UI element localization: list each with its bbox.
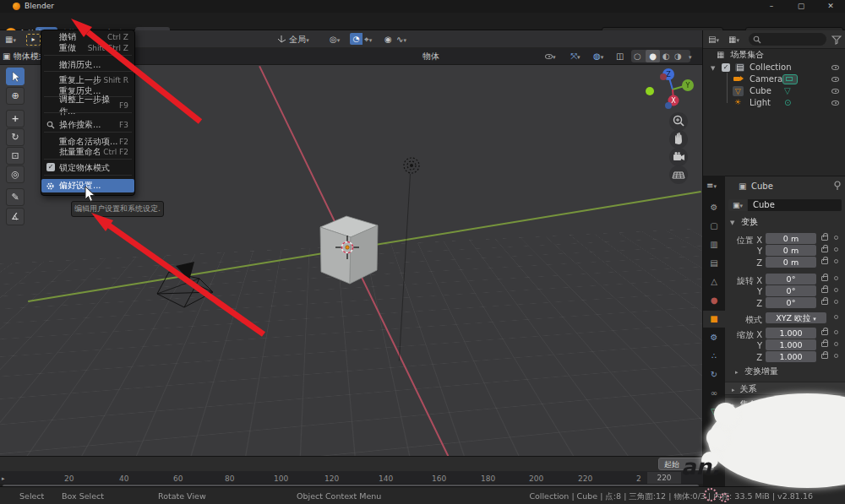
outliner-row-scene-collection[interactable]: ▦ 场景集合 <box>703 49 845 61</box>
outliner-display-mode-icon[interactable]: ▦▾ <box>728 34 739 46</box>
object-name-field[interactable]: Cube <box>748 199 842 211</box>
menu-item-adjust-last-operation[interactable]: 调整上一步操作...F9 <box>41 100 134 111</box>
disclosure-icon[interactable]: ▼ <box>730 219 734 226</box>
menu-item-redo[interactable]: 重做Shift Ctrl Z <box>41 42 134 53</box>
animate-dot[interactable] <box>834 330 838 334</box>
shading-wireframe-icon[interactable]: ○ <box>634 51 641 62</box>
loc-z-field[interactable]: 0 m <box>766 257 816 268</box>
menu-item-undo[interactable]: 撤销Ctrl Z <box>41 31 134 42</box>
pivot-point-dropdown[interactable]: ◎▾ <box>330 34 340 46</box>
pan-hand-icon[interactable] <box>669 130 688 149</box>
minimize-button[interactable]: – <box>759 0 784 13</box>
hide-eye-icon[interactable] <box>831 100 839 106</box>
animate-dot[interactable] <box>834 247 838 252</box>
axis-gizmo[interactable]: Z Y X <box>642 66 701 115</box>
outliner-row-camera[interactable]: Camera <box>703 73 845 85</box>
object-menu[interactable]: 物体 <box>422 51 439 62</box>
loc-y-field[interactable]: 0 m <box>766 245 816 256</box>
tool-cursor[interactable]: ⊕ <box>6 87 25 105</box>
scale-y-field[interactable]: 1.000 <box>766 339 816 350</box>
checkbox-checked-icon[interactable]: ✓ <box>46 163 55 171</box>
camera-object[interactable] <box>150 255 221 317</box>
timeline-ruler[interactable]: 1 <box>0 471 703 484</box>
xray-toggle[interactable]: ◫ <box>616 51 624 62</box>
outliner-editor-icon[interactable]: ▤▾ <box>708 34 719 46</box>
shading-solid-icon[interactable]: ● <box>646 50 660 62</box>
outliner-row-cube[interactable]: ▽ Cube ▽ <box>703 85 845 97</box>
menu-item-repeat-last[interactable]: 重复上一步Shift R <box>41 74 134 85</box>
light-object[interactable] <box>401 155 422 176</box>
rotation-mode-dropdown[interactable]: XYZ 欧拉 ▾ <box>766 312 826 323</box>
zoom-icon[interactable] <box>669 112 688 131</box>
menu-item-undo-history[interactable]: 撤消历史... <box>41 59 134 70</box>
mode-selector[interactable]: ▣ 物体模式 <box>3 51 41 62</box>
disclosure-icon[interactable]: ▼ <box>711 65 715 72</box>
tool-select-box[interactable] <box>6 68 25 85</box>
lock-icon[interactable] <box>821 236 828 241</box>
hide-eye-icon[interactable] <box>831 89 839 94</box>
lock-icon[interactable] <box>821 247 828 252</box>
tab-render[interactable]: ▢ <box>703 218 725 235</box>
lock-icon[interactable] <box>821 300 828 305</box>
properties-editor-icon[interactable]: ≡▾ <box>706 180 717 192</box>
overlays-toggle[interactable]: ◍▾ <box>593 51 603 63</box>
tab-physics[interactable]: ↻ <box>703 366 725 383</box>
tool-scale[interactable]: ⊡ <box>6 147 25 165</box>
animate-dot[interactable] <box>834 236 838 240</box>
loc-x-field[interactable]: 0 m <box>766 233 816 244</box>
collection-checkbox[interactable]: ✓ <box>722 63 730 72</box>
tab-constraints[interactable]: ∞ <box>703 385 725 402</box>
lock-icon[interactable] <box>821 288 828 293</box>
scale-z-field[interactable]: 1.000 <box>766 351 816 362</box>
lock-icon[interactable] <box>821 259 828 264</box>
animate-dot[interactable] <box>834 276 838 280</box>
animate-dot[interactable] <box>834 354 838 358</box>
ortho-grid-icon[interactable] <box>669 165 688 184</box>
snap-settings-dropdown[interactable]: ⌖▾ <box>364 34 372 46</box>
animate-dot[interactable] <box>834 288 838 292</box>
proportional-falloff-dropdown[interactable]: ∿▾ <box>396 34 406 46</box>
animate-dot[interactable] <box>834 315 838 319</box>
tab-tool[interactable]: ⚙ <box>703 199 725 216</box>
menu-item-operator-search[interactable]: 操作搜索...F3 <box>41 119 134 130</box>
rot-y-field[interactable]: 0° <box>766 285 816 296</box>
lock-icon[interactable] <box>821 354 828 359</box>
delta-transform-subpanel[interactable]: 变换增量 <box>744 367 778 376</box>
maximize-button[interactable]: ▢ <box>788 0 814 13</box>
editor-type-icon[interactable]: ▦▾ <box>5 34 16 46</box>
collapsed-icon[interactable]: ▸ <box>735 369 739 376</box>
animate-dot[interactable] <box>834 342 838 346</box>
lock-icon[interactable] <box>821 342 828 347</box>
transform-orientation-dropdown[interactable]: 全局▾ <box>277 34 309 46</box>
animate-dot[interactable] <box>834 300 838 304</box>
outliner-row-collection[interactable]: ▼ ✓ ▤ Collection <box>703 62 845 73</box>
menu-item-batch-rename[interactable]: 批量重命名Ctrl F2 <box>41 146 134 157</box>
shading-material-icon[interactable]: ◐ <box>662 51 670 62</box>
region-expand-icon[interactable]: ▸ <box>2 475 5 482</box>
rot-z-field[interactable]: 0° <box>766 297 816 308</box>
tool-move[interactable]: + <box>6 110 25 127</box>
pin-icon[interactable] <box>833 181 842 191</box>
shading-dropdown-icon[interactable]: ▾ <box>689 54 692 61</box>
close-button[interactable]: ✕ <box>818 0 843 13</box>
menu-item-lock-object-modes[interactable]: 锁定物体模式 <box>41 162 134 173</box>
tool-measure[interactable]: ∡ <box>6 208 25 225</box>
object-id-icon[interactable]: ▣▾ <box>728 199 747 211</box>
tool-rotate[interactable]: ↻ <box>6 128 25 146</box>
tool-transform[interactable]: ◎ <box>6 165 25 183</box>
active-tool-icon[interactable]: ▸ <box>26 34 41 46</box>
scale-x-field[interactable]: 1.000 <box>766 328 816 339</box>
filter-icon[interactable] <box>831 35 842 45</box>
relations-panel-header[interactable]: ▸关系 <box>725 382 845 395</box>
animate-dot[interactable] <box>834 259 838 263</box>
gizmos-toggle[interactable]: ⤧▾ <box>570 51 581 63</box>
shading-rendered-icon[interactable]: ◑ <box>674 51 682 62</box>
hide-eye-icon[interactable] <box>831 77 839 82</box>
lock-icon[interactable] <box>821 276 828 281</box>
camera-view-icon[interactable] <box>669 148 688 166</box>
rot-x-field[interactable]: 0° <box>766 274 816 285</box>
snap-magnet-icon[interactable]: ◔ <box>350 33 363 45</box>
lock-icon[interactable] <box>821 330 828 335</box>
outliner-search-input[interactable] <box>749 33 826 46</box>
outliner-row-light[interactable]: ☀ Light ⊙ <box>703 97 845 109</box>
